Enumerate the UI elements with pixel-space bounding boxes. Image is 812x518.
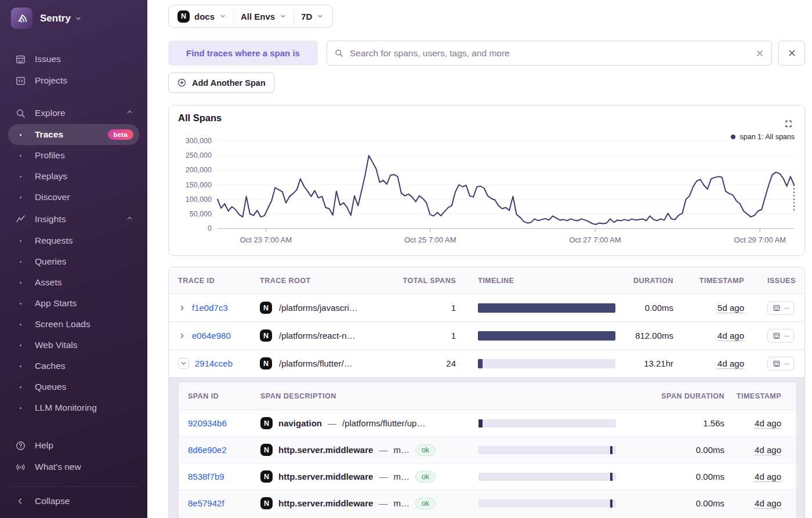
span-id-link[interactable]: 8e57942f (188, 498, 224, 508)
sidebar-item-queues[interactable]: Queues (8, 376, 139, 397)
total-spans: 24 (401, 358, 456, 368)
sidebar-item-issues[interactable]: Issues (8, 49, 139, 70)
sidebar-item-help[interactable]: Help (8, 435, 139, 456)
span-op: navigation (278, 418, 322, 428)
timeline-fill (478, 331, 615, 340)
sidebar-item-label: What's new (35, 462, 81, 472)
sidebar: Sentry Issues Projects Explore Traces be… (0, 0, 147, 518)
trace-id-link[interactable]: f1e0d7c3 (192, 303, 228, 313)
timestamp[interactable]: 4d ago (755, 445, 781, 455)
bullet-icon (13, 407, 27, 409)
span-id-link[interactable]: 920934b6 (188, 418, 227, 428)
org-switcher[interactable]: Sentry (11, 8, 139, 29)
sidebar-item-screen-loads[interactable]: Screen Loads (8, 314, 139, 335)
duration: 13.21hr (615, 358, 673, 368)
sidebar-item-profiles[interactable]: Profiles (8, 145, 139, 166)
timeline-bar (478, 331, 615, 340)
span-search-input[interactable] (350, 48, 749, 59)
expand-chevron-right-icon[interactable] (178, 304, 186, 312)
spans-table-header: SPAN ID SPAN DESCRIPTION SPAN DURATION T… (179, 382, 796, 410)
bullet-icon (13, 282, 27, 284)
traces-table-header: TRACE ID TRACE ROOT TOTAL SPANS TIMELINE… (169, 267, 804, 294)
clear-search-icon[interactable] (755, 49, 764, 58)
col-span-duration: SPAN DURATION (616, 392, 724, 400)
divider (293, 10, 294, 23)
sidebar-item-replays[interactable]: Replays (8, 166, 139, 187)
timestamp[interactable]: 4d ago (755, 418, 781, 429)
issues-icon (13, 54, 27, 65)
issues-button[interactable]: – (767, 329, 794, 343)
col-total-spans: TOTAL SPANS (401, 277, 456, 285)
timestamp[interactable]: 4d ago (717, 331, 744, 341)
bullet-icon (13, 134, 27, 136)
span-search-box[interactable] (327, 41, 772, 66)
timestamp[interactable]: 4d ago (755, 498, 781, 509)
span-op: http.server.middleware (278, 472, 373, 481)
environment-selector[interactable]: All Envs (241, 12, 287, 21)
sidebar-item-projects[interactable]: Projects (8, 70, 139, 91)
span-id-link[interactable]: 8d6e90e2 (188, 445, 227, 455)
col-span-id: SPAN ID (188, 392, 260, 400)
col-span-timestamp: TIMESTAMP (724, 392, 781, 400)
span-id-link[interactable]: 8538f7b9 (188, 472, 224, 481)
remove-span-filter-button[interactable] (778, 41, 805, 66)
trace-id-link[interactable]: e064e980 (192, 331, 231, 340)
timestamp[interactable]: 5d ago (717, 303, 744, 313)
chevron-down-icon (317, 13, 324, 20)
timestamp[interactable]: 4d ago (755, 472, 781, 482)
sidebar-collapse-button[interactable]: Collapse (8, 491, 139, 512)
sidebar-section-insights[interactable]: Insights (8, 209, 139, 230)
project-selector[interactable]: N docs (177, 10, 226, 23)
page-filter-bar: N docs All Envs 7D (168, 5, 333, 28)
issues-button[interactable]: – (767, 301, 794, 315)
beta-badge: beta (108, 129, 133, 140)
svg-text:Oct 29 7:00 AM: Oct 29 7:00 AM (734, 236, 786, 244)
span-timeline-marker (610, 446, 612, 454)
issues-button[interactable]: – (767, 357, 794, 371)
timestamp[interactable]: 4d ago (717, 358, 744, 369)
trace-id-link[interactable]: 2914cceb (195, 358, 233, 368)
sidebar-item-label: Web Vitals (35, 340, 78, 350)
sidebar-item-label: Traces (35, 129, 63, 140)
sidebar-item-label: Help (35, 440, 53, 451)
expand-chevron-right-icon[interactable] (178, 332, 186, 340)
table-row: f1e0d7c3 N/platforms/javascri… 1 0.00ms … (169, 294, 804, 322)
sidebar-item-assets[interactable]: Assets (8, 272, 139, 293)
sidebar-item-label: Replays (35, 171, 67, 182)
projects-icon (13, 75, 27, 86)
add-another-span-button[interactable]: Add Another Span (168, 73, 274, 93)
col-timeline: TIMELINE (478, 277, 615, 285)
sidebar-section-explore[interactable]: Explore (8, 103, 139, 124)
close-icon (787, 48, 797, 58)
trace-root: /platforms/flutter/… (279, 358, 353, 368)
sidebar-item-whats-new[interactable]: What's new (8, 457, 139, 477)
sidebar-item-traces[interactable]: Traces beta (8, 124, 139, 145)
bullet-icon (13, 324, 27, 325)
sidebar-item-requests[interactable]: Requests (8, 230, 139, 251)
fullscreen-icon[interactable] (784, 119, 793, 128)
col-timestamp: TIMESTAMP (673, 277, 744, 285)
col-trace-root: TRACE ROOT (260, 277, 401, 285)
search-icon (334, 48, 344, 58)
span-op: http.server.middleware (278, 445, 373, 455)
collapse-chevron-down-icon[interactable] (178, 358, 189, 369)
span-row: 8538f7b9 N http.server.middleware — m… o… (179, 463, 796, 490)
bullet-icon (13, 176, 27, 178)
sidebar-item-discover[interactable]: Discover (8, 187, 139, 208)
sidebar-item-caches[interactable]: Caches (8, 356, 139, 376)
span-description: m… (393, 498, 409, 508)
date-range-selector[interactable]: 7D (301, 12, 324, 21)
svg-text:0: 0 (208, 224, 212, 233)
sidebar-item-app-starts[interactable]: App Starts (8, 293, 139, 314)
nextjs-icon: N (260, 417, 273, 429)
sidebar-item-web-vitals[interactable]: Web Vitals (8, 335, 139, 356)
bullet-icon (13, 365, 27, 367)
span-timeline-marker (610, 499, 612, 508)
all-spans-chart-panel: All Spans span 1: All spans 050,000100,0… (168, 105, 805, 256)
sidebar-item-label: App Starts (35, 298, 77, 309)
nextjs-icon: N (260, 357, 272, 370)
svg-text:300,000: 300,000 (186, 137, 212, 145)
sidebar-item-llm-monitoring[interactable]: LLM Monitoring (8, 397, 139, 418)
sidebar-item-queries[interactable]: Queries (8, 251, 139, 272)
svg-text:Oct 23 7:00 AM: Oct 23 7:00 AM (240, 236, 292, 244)
